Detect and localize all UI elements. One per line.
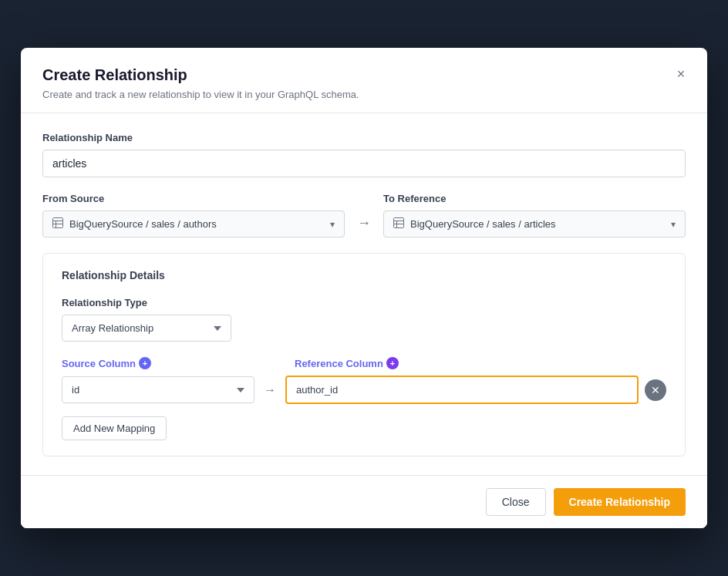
- relationship-name-input[interactable]: [42, 150, 686, 177]
- create-relationship-button[interactable]: Create Relationship: [554, 488, 686, 516]
- source-column-plus-icon: +: [139, 357, 151, 369]
- source-column-label-text: Source Column: [62, 358, 136, 369]
- to-reference-group: To Reference BigQuerySource / sales / ar…: [383, 193, 686, 237]
- reference-column-input[interactable]: [285, 376, 639, 404]
- remove-mapping-button[interactable]: ✕: [645, 379, 666, 401]
- from-source-group: From Source BigQuerySource / sales / aut…: [42, 193, 345, 237]
- relationship-type-group: Relationship Type Object Relationship Ar…: [62, 297, 666, 342]
- relationship-type-label: Relationship Type: [62, 297, 666, 308]
- from-source-text: BigQuerySource / sales / authors: [69, 218, 330, 230]
- source-column-label-container: Source Column +: [62, 357, 254, 369]
- relationship-details-title: Relationship Details: [62, 269, 666, 281]
- modal-body: Relationship Name From Source BigQuerySo…: [21, 113, 707, 475]
- source-column-select[interactable]: id: [62, 376, 254, 403]
- table-icon-source: [52, 217, 63, 231]
- svg-rect-0: [53, 218, 63, 228]
- from-source-select[interactable]: BigQuerySource / sales / authors ▾: [42, 211, 345, 237]
- close-button[interactable]: Close: [486, 488, 546, 516]
- add-new-mapping-button[interactable]: Add New Mapping: [62, 416, 167, 440]
- to-reference-select[interactable]: BigQuerySource / sales / articles ▾: [383, 211, 686, 237]
- overlay: Create Relationship Create and track a n…: [0, 0, 728, 576]
- reference-column-wrapper: ✕: [285, 376, 666, 404]
- add-new-mapping-label: Add New Mapping: [73, 423, 155, 434]
- mapping-arrow-icon: →: [264, 383, 276, 397]
- relationship-name-group: Relationship Name: [42, 132, 686, 177]
- remove-icon: ✕: [651, 384, 660, 396]
- relationship-type-select[interactable]: Object Relationship Array Relationship: [62, 315, 231, 342]
- close-icon-button[interactable]: ×: [670, 63, 692, 85]
- create-relationship-label: Create Relationship: [569, 496, 670, 508]
- column-labels-row: Source Column + Reference Column +: [62, 357, 666, 369]
- table-icon-reference: [393, 217, 404, 231]
- reference-column-label-container: Reference Column +: [295, 357, 635, 369]
- source-column-label: Source Column +: [62, 357, 254, 369]
- source-reference-arrow: →: [345, 215, 383, 237]
- column-mapping-row: id → ✕: [62, 376, 666, 404]
- close-button-label: Close: [502, 496, 530, 508]
- modal-title: Create Relationship: [42, 66, 686, 84]
- relationship-name-label: Relationship Name: [42, 132, 686, 143]
- reference-column-plus-icon: +: [386, 357, 399, 369]
- modal-header: Create Relationship Create and track a n…: [21, 48, 707, 113]
- relationship-details-box: Relationship Details Relationship Type O…: [42, 253, 686, 456]
- modal-footer: Close Create Relationship: [21, 475, 707, 528]
- source-reference-row: From Source BigQuerySource / sales / aut…: [42, 193, 686, 237]
- modal-subtitle: Create and track a new relationship to v…: [42, 89, 686, 100]
- svg-rect-4: [394, 218, 404, 228]
- modal: Create Relationship Create and track a n…: [21, 48, 707, 528]
- reference-column-label-text: Reference Column: [295, 358, 383, 369]
- from-source-chevron-icon: ▾: [330, 219, 335, 230]
- to-reference-label: To Reference: [383, 193, 686, 204]
- from-source-label: From Source: [42, 193, 345, 204]
- to-reference-text: BigQuerySource / sales / articles: [410, 218, 671, 230]
- reference-column-label: Reference Column +: [295, 357, 635, 369]
- to-reference-chevron-icon: ▾: [671, 219, 676, 230]
- close-icon: ×: [677, 66, 686, 83]
